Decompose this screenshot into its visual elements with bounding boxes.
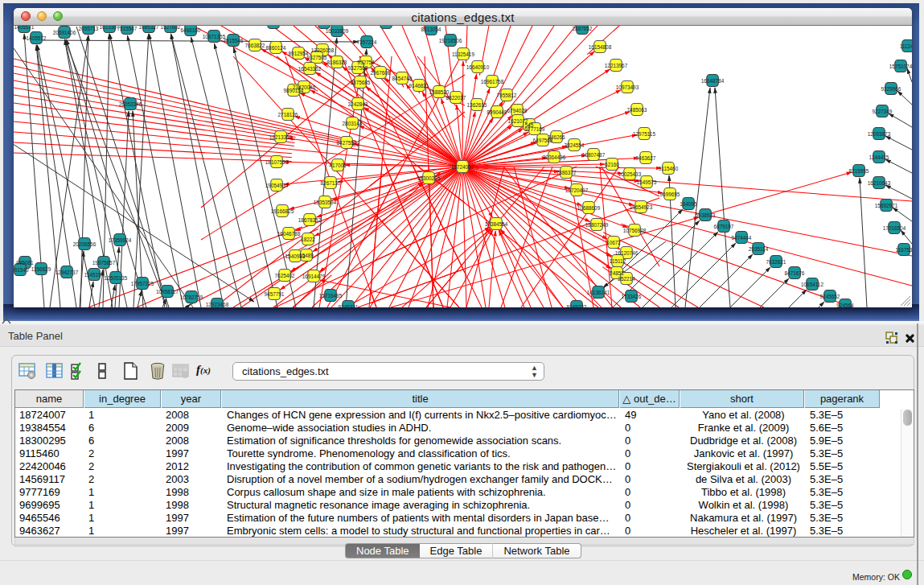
svg-text:1549575: 1549575 bbox=[637, 179, 657, 185]
svg-text:19054934: 19054934 bbox=[265, 183, 289, 188]
svg-text:9457791: 9457791 bbox=[265, 291, 285, 297]
svg-text:1527602: 1527602 bbox=[161, 26, 181, 30]
svg-text:15751074: 15751074 bbox=[889, 64, 912, 69]
svg-text:9327505: 9327505 bbox=[307, 55, 327, 60]
svg-text:16120746: 16120746 bbox=[615, 250, 639, 256]
svg-text:19166825: 19166825 bbox=[271, 208, 294, 214]
svg-text:924564: 924564 bbox=[836, 303, 854, 308]
svg-text:18222: 18222 bbox=[301, 237, 315, 242]
svg-text:3824554: 3824554 bbox=[565, 142, 585, 148]
svg-text:12923468: 12923468 bbox=[206, 302, 229, 307]
svg-text:1145194: 1145194 bbox=[84, 272, 105, 278]
svg-text:9146821: 9146821 bbox=[409, 83, 429, 89]
svg-text:18807249: 18807249 bbox=[585, 222, 609, 228]
svg-text:10688609: 10688609 bbox=[577, 205, 601, 211]
svg-text:1733426: 1733426 bbox=[622, 294, 642, 299]
svg-text:19218506: 19218506 bbox=[439, 38, 462, 43]
svg-text:19654923: 19654923 bbox=[630, 204, 653, 210]
svg-text:2718126: 2718126 bbox=[278, 112, 298, 117]
svg-text:111245: 111245 bbox=[900, 43, 912, 49]
svg-text:2887652: 2887652 bbox=[573, 26, 593, 31]
svg-text:20206556: 20206556 bbox=[73, 241, 97, 247]
svg-text:1405571: 1405571 bbox=[14, 26, 35, 30]
svg-text:13226058: 13226058 bbox=[311, 47, 335, 53]
svg-text:7485063: 7485063 bbox=[627, 107, 647, 113]
svg-text:8860124: 8860124 bbox=[266, 45, 286, 51]
svg-text:1244415: 1244415 bbox=[869, 154, 889, 160]
svg-text:9699695: 9699695 bbox=[660, 192, 680, 197]
svg-text:9890154: 9890154 bbox=[284, 88, 304, 93]
svg-text:15692971: 15692971 bbox=[875, 203, 898, 208]
svg-text:12942737: 12942737 bbox=[55, 270, 79, 275]
svg-text:16033809: 16033809 bbox=[326, 28, 349, 34]
svg-text:1362615: 1362615 bbox=[467, 102, 487, 108]
svg-text:12213967: 12213967 bbox=[605, 63, 628, 68]
svg-text:9245331: 9245331 bbox=[339, 304, 359, 308]
svg-text:1156829: 1156829 bbox=[31, 266, 51, 272]
svg-text:7632621: 7632621 bbox=[766, 259, 786, 265]
svg-text:6794028: 6794028 bbox=[507, 108, 528, 113]
svg-text:8427552: 8427552 bbox=[337, 140, 357, 146]
svg-text:18300295: 18300295 bbox=[417, 175, 441, 181]
svg-text:9777169: 9777169 bbox=[525, 126, 545, 132]
svg-text:10973493: 10973493 bbox=[616, 84, 639, 90]
svg-text:19384554: 19384554 bbox=[485, 221, 508, 227]
svg-text:7515547: 7515547 bbox=[117, 26, 138, 31]
svg-text:2803144: 2803144 bbox=[343, 121, 363, 126]
svg-text:20364436: 20364436 bbox=[543, 154, 566, 160]
svg-text:6497568: 6497568 bbox=[533, 138, 553, 143]
svg-text:62160: 62160 bbox=[605, 162, 619, 167]
svg-text:12093873: 12093873 bbox=[868, 131, 891, 137]
svg-text:18107553: 18107553 bbox=[265, 159, 289, 165]
svg-text:9327508: 9327508 bbox=[348, 65, 368, 71]
svg-text:3242843: 3242843 bbox=[348, 101, 368, 107]
svg-text:9227349: 9227349 bbox=[873, 109, 893, 114]
svg-text:10654112: 10654112 bbox=[801, 282, 823, 287]
svg-text:7955812: 7955812 bbox=[497, 93, 517, 98]
svg-text:1405572: 1405572 bbox=[27, 35, 47, 41]
svg-text:16154808: 16154808 bbox=[589, 44, 612, 50]
svg-text:995061: 995061 bbox=[16, 260, 34, 266]
svg-text:16961758: 16961758 bbox=[481, 79, 504, 84]
svg-text:16046788: 16046788 bbox=[277, 231, 301, 237]
svg-text:8267130: 8267130 bbox=[321, 180, 341, 186]
svg-text:10807487: 10807487 bbox=[582, 152, 606, 158]
svg-text:8454749: 8454749 bbox=[392, 76, 413, 81]
svg-text:9329966: 9329966 bbox=[881, 86, 901, 92]
svg-text:252214: 252214 bbox=[618, 276, 635, 282]
svg-text:10958117: 10958117 bbox=[156, 289, 179, 295]
svg-text:7663822: 7663822 bbox=[245, 43, 265, 48]
svg-text:16648784: 16648784 bbox=[701, 78, 725, 84]
svg-text:8215955: 8215955 bbox=[849, 168, 869, 174]
svg-text:26053346: 26053346 bbox=[119, 101, 142, 107]
svg-text:18724007: 18724007 bbox=[451, 164, 474, 170]
svg-text:15720407: 15720407 bbox=[565, 187, 589, 193]
svg-text:9474444: 9474444 bbox=[732, 235, 752, 241]
svg-text:164095: 164095 bbox=[680, 201, 697, 207]
svg-text:6466160: 6466160 bbox=[181, 27, 201, 33]
svg-text:14136141: 14136141 bbox=[587, 290, 610, 295]
svg-text:10671355: 10671355 bbox=[203, 34, 226, 39]
svg-text:8990448: 8990448 bbox=[487, 109, 507, 115]
svg-text:15353594: 15353594 bbox=[314, 200, 337, 205]
svg-text:991549: 991549 bbox=[14, 267, 29, 273]
svg-text:8471676: 8471676 bbox=[785, 270, 805, 276]
svg-text:12505135: 12505135 bbox=[105, 275, 128, 281]
svg-text:8813054: 8813054 bbox=[421, 27, 441, 32]
svg-text:1085327: 1085327 bbox=[139, 26, 159, 30]
svg-text:2055713: 2055713 bbox=[79, 26, 99, 31]
svg-text:10756928: 10756928 bbox=[623, 228, 647, 233]
svg-text:20691406: 20691406 bbox=[53, 30, 76, 35]
svg-text:9463627: 9463627 bbox=[636, 155, 656, 161]
svg-text:19975857: 19975857 bbox=[92, 260, 116, 266]
svg-text:18678352: 18678352 bbox=[298, 217, 322, 223]
svg-text:9115460: 9115460 bbox=[659, 166, 679, 171]
svg-text:16543362: 16543362 bbox=[298, 66, 322, 72]
svg-text:15489: 15489 bbox=[299, 253, 314, 258]
svg-text:16210643: 16210643 bbox=[868, 180, 891, 186]
svg-text:3875685: 3875685 bbox=[351, 80, 371, 85]
svg-text:1588520: 1588520 bbox=[429, 89, 450, 95]
svg-text:932754: 932754 bbox=[357, 60, 375, 65]
svg-text:7515546: 7515546 bbox=[224, 38, 244, 43]
svg-text:9245652: 9245652 bbox=[820, 294, 840, 299]
